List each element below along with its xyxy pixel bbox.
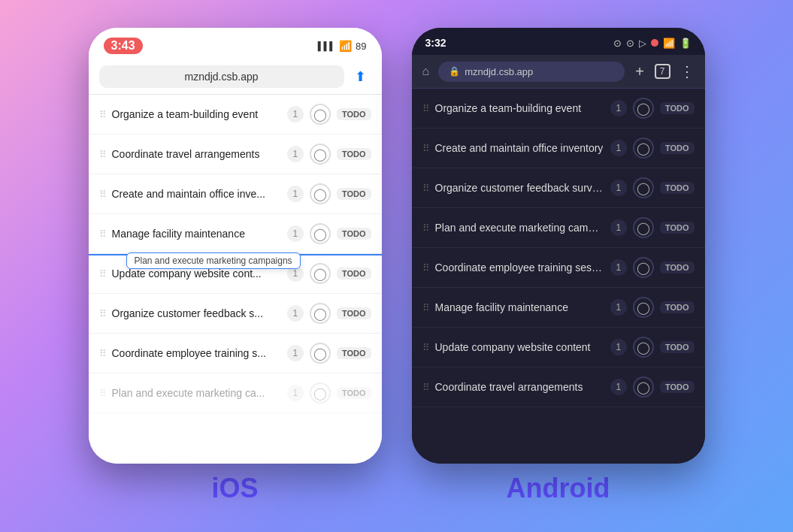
- drag-handle: ⠿: [422, 183, 429, 194]
- task-badge: TODO: [660, 381, 695, 393]
- task-badge: TODO: [337, 228, 371, 240]
- drag-handle: ⠿: [99, 268, 106, 280]
- ios-task-row-3[interactable]: ⠿ Manage facility maintenance 1 ◯ TODO: [89, 214, 382, 254]
- drag-handle: ⠿: [99, 228, 106, 240]
- android-task-row-5[interactable]: ⠿ Manage facility maintenance 1 ◯ TODO: [412, 288, 705, 328]
- task-count: 1: [610, 100, 627, 116]
- android-task-row-1[interactable]: ⠿ Create and maintain office inventory 1…: [412, 128, 705, 168]
- ios-task-row-2[interactable]: ⠿ Create and maintain office inve... 1 ◯…: [89, 174, 382, 214]
- task-badge: TODO: [337, 148, 371, 160]
- drag-handle: ⠿: [99, 149, 106, 160]
- task-text: Organize customer feedback surveys: [435, 182, 604, 194]
- android-task-row-2[interactable]: ⠿ Organize customer feedback surveys 1 ◯…: [412, 168, 705, 208]
- android-tab-count[interactable]: 7: [655, 64, 670, 79]
- android-task-row-6[interactable]: ⠿ Update company website content 1 ◯ TOD…: [412, 328, 705, 367]
- task-count: 1: [287, 186, 304, 202]
- task-count: 1: [287, 146, 304, 162]
- ios-url-field[interactable]: mzndjd.csb.app: [99, 65, 344, 88]
- android-task-row-0[interactable]: ⠿ Organize a team-building event 1 ◯ TOD…: [412, 89, 705, 128]
- task-badge: TODO: [660, 341, 695, 353]
- task-avatar: ◯: [633, 217, 654, 238]
- task-text: Coordinate employee training sessio...: [435, 261, 604, 274]
- task-avatar: ◯: [633, 376, 654, 397]
- task-badge: TODO: [660, 142, 695, 154]
- android-home-icon[interactable]: ⌂: [419, 62, 433, 81]
- android-wrapper: 3:32 ⊙ ⊙ ▷ 📶 🔋 ⌂ 🔒 mzndjd.csb.app + 7 ⋮: [412, 28, 705, 504]
- task-avatar: ◯: [633, 138, 654, 159]
- ios-task-row-6[interactable]: ⠿ Coordinate employee training s... 1 ◯ …: [89, 334, 382, 373]
- ios-status-bar: 3:43 ▌▌▌ 📶 89: [89, 28, 382, 61]
- android-url-bar: ⌂ 🔒 mzndjd.csb.app + 7 ⋮: [412, 55, 705, 89]
- task-count: 1: [610, 379, 627, 395]
- drag-tooltip: Plan and execute marketing campaigns: [126, 252, 301, 269]
- task-count: 1: [287, 106, 304, 122]
- android-task-row-4[interactable]: ⠿ Coordinate employee training sessio...…: [412, 248, 705, 288]
- android-time: 3:32: [425, 37, 446, 49]
- drag-handle: ⠿: [99, 348, 106, 359]
- drag-handle: ⠿: [422, 302, 429, 313]
- drag-handle: ⠿: [99, 308, 106, 319]
- task-text: Coordinate employee training s...: [112, 347, 281, 359]
- task-count: 1: [610, 339, 627, 355]
- task-count: 1: [287, 225, 304, 242]
- android-phone: 3:32 ⊙ ⊙ ▷ 📶 🔋 ⌂ 🔒 mzndjd.csb.app + 7 ⋮: [412, 28, 705, 464]
- android-notif-dot: [651, 39, 658, 47]
- task-badge: TODO: [337, 347, 371, 359]
- task-badge: TODO: [660, 102, 695, 114]
- task-count: 1: [287, 345, 304, 361]
- ios-wrapper: 3:43 ▌▌▌ 📶 89 mzndjd.csb.app ⬆ ⠿ Organiz…: [89, 28, 382, 504]
- ios-task-row-5[interactable]: ⠿ Organize customer feedback s... 1 ◯ TO…: [89, 294, 382, 334]
- task-count: 1: [610, 140, 627, 156]
- android-task-row-3[interactable]: ⠿ Plan and execute marketing campai... 1…: [412, 208, 705, 248]
- drag-handle: ⠿: [422, 262, 429, 274]
- android-lock-icon: 🔒: [449, 66, 460, 77]
- task-avatar: ◯: [310, 144, 331, 165]
- task-text: Update company website content: [435, 341, 604, 353]
- task-avatar: ◯: [633, 177, 654, 198]
- ios-battery-icon: 89: [356, 41, 366, 52]
- drag-handle: ⠿: [99, 109, 106, 120]
- ios-task-list: ⠿ Organize a team-building event 1 ◯ TOD…: [89, 95, 382, 464]
- android-icon-2: ⊙: [626, 38, 634, 49]
- task-badge: TODO: [660, 182, 695, 194]
- drag-handle: ⠿: [422, 222, 429, 234]
- task-text: Coordinate travel arrangements: [435, 381, 604, 393]
- task-avatar: ◯: [310, 104, 331, 125]
- ios-task-row-4[interactable]: ⠿ Update company website cont... 1 ◯ TOD…: [89, 254, 382, 294]
- task-avatar: ◯: [310, 303, 331, 324]
- ios-url-bar: mzndjd.csb.app ⬆: [89, 61, 382, 95]
- task-text: Organize a team-building event: [112, 108, 281, 120]
- drag-handle: ⠿: [422, 382, 429, 393]
- android-url-field[interactable]: 🔒 mzndjd.csb.app: [438, 62, 625, 82]
- ios-time: 3:43: [104, 38, 143, 54]
- android-task-row-7[interactable]: ⠿ Coordinate travel arrangements 1 ◯ TOD…: [412, 367, 705, 407]
- task-text: Update company website cont...: [112, 268, 281, 280]
- task-badge: TODO: [337, 268, 371, 280]
- drag-handle: ⠿: [422, 342, 429, 353]
- task-count: 1: [287, 305, 304, 322]
- task-badge: TODO: [660, 301, 695, 313]
- task-badge: TODO: [337, 387, 371, 399]
- task-avatar: ◯: [310, 343, 331, 364]
- ios-task-row-7: ⠿ Plan and execute marketing ca... 1 ◯ T…: [89, 373, 382, 413]
- task-badge: TODO: [660, 261, 695, 274]
- task-badge: TODO: [337, 188, 371, 200]
- task-avatar: ◯: [633, 297, 654, 318]
- drag-handle: ⠿: [99, 388, 106, 399]
- android-battery-icon: 🔋: [679, 38, 692, 49]
- android-status-bar: 3:32 ⊙ ⊙ ▷ 📶 🔋: [412, 28, 705, 55]
- task-text: Plan and execute marketing ca...: [112, 387, 281, 399]
- android-status-icons: ⊙ ⊙ ▷ 📶 🔋: [613, 38, 692, 49]
- android-menu-icon[interactable]: ⋮: [676, 59, 698, 83]
- android-wifi-icon: 📶: [663, 38, 675, 49]
- ios-task-row-1[interactable]: ⠿ Coordinate travel arrangements 1 ◯ TOD…: [89, 135, 382, 174]
- ios-share-icon[interactable]: ⬆: [350, 66, 371, 87]
- task-avatar: ◯: [310, 223, 331, 244]
- task-text: Organize a team-building event: [435, 102, 604, 114]
- task-text: Organize customer feedback s...: [112, 307, 281, 319]
- task-avatar: ◯: [633, 257, 654, 278]
- ios-task-row-0[interactable]: ⠿ Organize a team-building event 1 ◯ TOD…: [89, 95, 382, 135]
- task-text: Plan and execute marketing campai...: [435, 222, 604, 234]
- android-add-tab-icon[interactable]: +: [631, 60, 649, 83]
- task-count: 1: [610, 180, 627, 196]
